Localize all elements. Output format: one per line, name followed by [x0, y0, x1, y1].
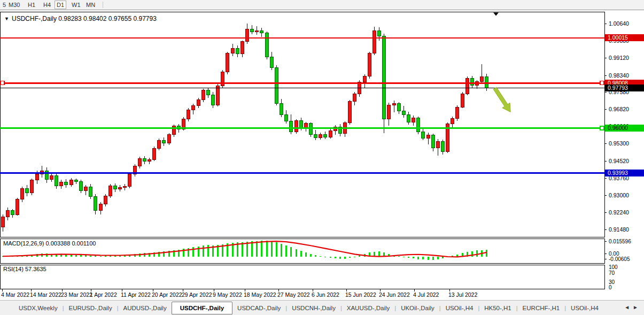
candle-body	[314, 135, 317, 138]
chart-title-ohlc: USDCHF-,Daily 0.98283 0.98402 0.97655 0.…	[12, 15, 157, 22]
symbol-tab-usoil-h4-11[interactable]: USOil-,H4	[566, 303, 603, 313]
symbol-tabbar: USDX,Weekly|EURUSD-,Daily|AUDUSD-,DailyU…	[0, 300, 644, 315]
macd-histogram-bar	[198, 247, 199, 257]
macd-histogram-bar	[300, 251, 302, 257]
candle-body	[329, 130, 332, 137]
candle-body	[294, 121, 298, 132]
macd-histogram-bar	[320, 256, 321, 257]
candle-body	[231, 48, 234, 53]
line-anchor-marker[interactable]	[600, 126, 604, 130]
macd-histogram-bar	[271, 241, 273, 257]
macd-histogram-bar	[85, 255, 87, 257]
symbol-tab-eurchf-h1-10[interactable]: EURCHF-,H1	[518, 303, 565, 313]
macd-histogram-bar	[398, 256, 400, 257]
candle-body	[378, 31, 381, 36]
candle-body	[480, 77, 484, 82]
symbol-tab-ukoil-daily-7[interactable]: UKOil-,Daily	[396, 303, 439, 313]
symbol-tab-usdcad-daily-4[interactable]: USDCAD-,Daily	[232, 303, 285, 313]
candle-body	[55, 175, 58, 186]
tabbar-scroll-right-icon[interactable]: ►	[633, 304, 641, 310]
candle-body	[162, 140, 166, 143]
candle-body	[158, 140, 161, 148]
timeframe-button-w1[interactable]: W1	[70, 1, 82, 9]
candle-body	[216, 86, 220, 105]
macd-histogram-bar	[100, 256, 102, 257]
timeframe-button-h1[interactable]: H1	[26, 1, 37, 9]
candle-body	[148, 159, 151, 161]
candle-body	[108, 186, 112, 196]
candle-body	[11, 211, 14, 214]
date-axis-label: 6 Jun 2022	[312, 291, 339, 298]
rsi-axis-label: 70	[609, 270, 615, 276]
candle-body	[60, 182, 63, 186]
price-tag-label: 0.96000	[608, 125, 628, 131]
candle-body	[246, 29, 249, 42]
candle-body	[368, 53, 371, 76]
chart-canvas[interactable]: 1.006400.998800.991200.983400.975800.968…	[0, 10, 644, 300]
date-axis-label: 11 Apr 2022	[121, 291, 151, 298]
date-axis-label: 4 Jul 2022	[413, 291, 439, 298]
symbol-tab-eurusd-daily-1[interactable]: EURUSD-,Daily	[64, 303, 117, 313]
date-axis-label: 23 Mar 2022	[61, 291, 92, 298]
candle-body	[153, 148, 156, 159]
candle-body	[290, 121, 293, 132]
candle-body	[192, 105, 195, 110]
symbol-tab-usdx-weekly-0[interactable]: USDX,Weekly	[14, 303, 63, 313]
price-tag-label: 0.97793	[608, 84, 628, 91]
candle-body	[94, 196, 97, 210]
candle-body	[138, 158, 141, 166]
line-anchor-marker[interactable]	[1, 81, 4, 85]
date-axis-label: 14 Mar 2022	[30, 291, 61, 298]
triangle-down-icon[interactable]: ▼	[4, 16, 9, 21]
timeframe-toolbar: 5M30H1H4D1W1MN	[0, 0, 644, 10]
candle-body	[397, 104, 400, 111]
candle-body	[240, 42, 244, 54]
price-tag-label: 0.93993	[608, 170, 628, 176]
timeframe-button-m30[interactable]: M30	[7, 1, 21, 9]
candle-body	[387, 105, 391, 119]
candle-body	[363, 76, 366, 82]
timeframe-button-h4[interactable]: H4	[42, 1, 52, 9]
timeframe-button-d1[interactable]: D1	[55, 1, 66, 9]
macd-histogram-bar	[305, 252, 307, 257]
date-axis-label: 27 May 2022	[277, 291, 310, 298]
rsi-axis-label: 100	[609, 264, 618, 270]
price-axis-label: 0.98340	[609, 72, 629, 79]
candle-body	[119, 187, 122, 189]
candle-body	[226, 53, 229, 72]
candle-body	[436, 142, 439, 148]
symbol-tab-hk50-h1-9[interactable]: HK50-,H1	[479, 303, 516, 313]
candle-body	[143, 158, 146, 161]
candle-body	[383, 36, 386, 119]
macd-label: MACD(12,26,9) 0.003388 0.001100	[3, 240, 96, 247]
date-axis-label: 13 Jul 2022	[448, 291, 477, 298]
candle-body	[280, 104, 283, 115]
macd-histogram-bar	[335, 257, 336, 258]
candle-body	[285, 115, 288, 121]
date-axis-label: 29 Apr 2022	[182, 291, 212, 298]
macd-histogram-bar	[281, 244, 282, 257]
macd-histogram-bar	[95, 256, 96, 257]
symbol-tab-usdchf-daily-3[interactable]: USDCHF-,Daily	[172, 302, 232, 314]
macd-histogram-bar	[403, 257, 405, 257]
timeframe-button-mn[interactable]: MN	[84, 1, 97, 9]
price-axis-label: 0.93000	[609, 192, 629, 198]
candle-body	[201, 90, 205, 100]
symbol-tab-audusd-daily-2[interactable]: AUDUSD-,Daily	[119, 303, 172, 313]
macd-histogram-bar	[71, 255, 72, 257]
candle-body	[113, 186, 117, 189]
candle-body	[197, 99, 200, 105]
symbol-tab-usoil-h4-8[interactable]: USOil-,H4	[441, 303, 478, 313]
macd-axis-label: -0.00605	[609, 256, 630, 262]
price-axis-label: 0.99120	[609, 55, 629, 61]
symbol-tab-xauusd-daily-6[interactable]: XAUUSD-,Daily	[342, 303, 395, 313]
price-axis-label: 0.92240	[609, 209, 629, 216]
tabbar-scroll-left-icon[interactable]: ◄	[624, 304, 633, 310]
line-anchor-marker[interactable]	[600, 81, 604, 85]
date-axis-label: 24 Jun 2022	[379, 291, 410, 298]
macd-histogram-bar	[65, 255, 67, 257]
candle-body	[255, 31, 259, 32]
tabbar-scroll-arrows[interactable]: ◄►	[624, 304, 641, 310]
symbol-tab-usdcnh-daily-5[interactable]: USDCNH-,Daily	[287, 303, 340, 313]
candle-body	[451, 119, 454, 124]
